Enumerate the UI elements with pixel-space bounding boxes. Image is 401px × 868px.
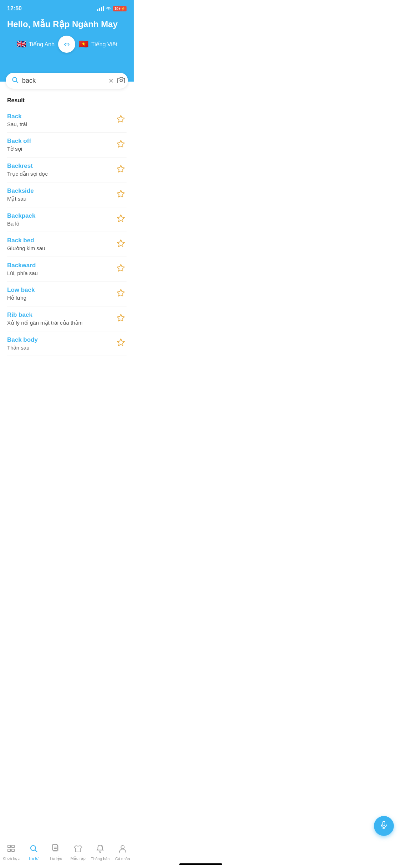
result-item[interactable]: Back Sau, trái: [7, 108, 127, 133]
target-lang-label: Tiếng Việt: [91, 41, 117, 48]
target-language: 🇻🇳 Tiếng Việt: [79, 40, 117, 49]
svg-marker-8: [117, 240, 124, 247]
result-term: Rib back: [7, 311, 115, 319]
status-bar: 12:50 10+ ⚡: [0, 0, 134, 16]
language-switcher: 🇬🇧 Tiếng Anh ⇔ 🇻🇳 Tiếng Việt: [7, 36, 127, 53]
result-term: Back bed: [7, 237, 115, 244]
svg-marker-7: [117, 215, 124, 222]
favorite-button[interactable]: [115, 163, 127, 177]
favorite-button[interactable]: [115, 138, 127, 152]
result-content: Backside Mặt sau: [7, 187, 115, 202]
camera-search-button[interactable]: [117, 77, 125, 85]
status-icons: 10+ ⚡: [97, 6, 127, 11]
search-container: ✕: [0, 66, 134, 82]
clear-search-button[interactable]: ✕: [108, 77, 114, 85]
result-item[interactable]: Rib back Xử lý nổi gân mặt trái của thảm: [7, 306, 127, 331]
result-translation: Trục dẫn sợi dọc: [7, 171, 115, 177]
svg-marker-3: [117, 115, 124, 122]
svg-line-1: [16, 81, 18, 83]
favorite-button[interactable]: [115, 213, 127, 226]
battery-icon: 10+ ⚡: [113, 6, 127, 11]
svg-marker-12: [117, 339, 124, 346]
search-input[interactable]: [22, 77, 105, 84]
result-content: Back Sau, trái: [7, 113, 115, 127]
result-item[interactable]: Back body Thân sau: [7, 331, 127, 356]
favorite-button[interactable]: [115, 188, 127, 202]
result-term: Backpack: [7, 212, 115, 219]
favorite-button[interactable]: [115, 113, 127, 127]
app-title: Hello, Mẫu Rập Ngành May: [7, 19, 127, 29]
result-term: Low back: [7, 286, 115, 294]
result-content: Backrest Trục dẫn sợi dọc: [7, 162, 115, 177]
favorite-button[interactable]: [115, 337, 127, 350]
favorite-button[interactable]: [115, 262, 127, 276]
svg-marker-6: [117, 190, 124, 197]
wifi-icon: [106, 6, 111, 11]
result-translation: Sau, trái: [7, 121, 115, 127]
svg-marker-11: [117, 314, 124, 321]
svg-marker-10: [117, 289, 124, 296]
result-translation: Xử lý nổi gân mặt trái của thảm: [7, 320, 115, 326]
favorite-button[interactable]: [115, 287, 127, 301]
result-translation: Giường kim sau: [7, 245, 115, 252]
result-translation: Thân sau: [7, 345, 115, 351]
results-label: Result: [7, 97, 127, 104]
result-content: Back bed Giường kim sau: [7, 237, 115, 252]
search-icon: [11, 76, 19, 85]
result-term: Back off: [7, 138, 115, 145]
result-term: Backrest: [7, 162, 115, 170]
favorite-button[interactable]: [115, 312, 127, 326]
result-item[interactable]: Backrest Trục dẫn sợi dọc: [7, 157, 127, 182]
result-content: Backward Lùi, phía sau: [7, 262, 115, 276]
results-area: Result Back Sau, trái Back off Tờ sợi Ba…: [0, 82, 134, 360]
result-translation: Hở lưng: [7, 295, 115, 301]
result-term: Backward: [7, 262, 115, 269]
result-item[interactable]: Back bed Giường kim sau: [7, 232, 127, 257]
search-bar: ✕: [6, 73, 128, 89]
result-translation: Ba lô: [7, 221, 115, 227]
result-item[interactable]: Back off Tờ sợi: [7, 133, 127, 157]
signal-icon: [97, 6, 104, 11]
result-term: Back: [7, 113, 115, 120]
result-content: Back body Thân sau: [7, 336, 115, 351]
swap-language-button[interactable]: ⇔: [58, 36, 75, 53]
result-content: Backpack Ba lô: [7, 212, 115, 227]
result-translation: Lùi, phía sau: [7, 270, 115, 276]
svg-marker-4: [117, 140, 124, 147]
header: Hello, Mẫu Rập Ngành May 🇬🇧 Tiếng Anh ⇔ …: [0, 16, 134, 66]
swap-icon: ⇔: [64, 40, 70, 48]
result-term: Back body: [7, 336, 115, 343]
result-item[interactable]: Backpack Ba lô: [7, 207, 127, 232]
svg-marker-5: [117, 165, 124, 172]
favorite-button[interactable]: [115, 238, 127, 251]
source-language: 🇬🇧 Tiếng Anh: [16, 40, 55, 49]
result-content: Back off Tờ sợi: [7, 138, 115, 152]
source-flag: 🇬🇧: [16, 40, 26, 49]
result-item[interactable]: Low back Hở lưng: [7, 281, 127, 306]
source-lang-label: Tiếng Anh: [29, 41, 55, 48]
result-item[interactable]: Backside Mặt sau: [7, 182, 127, 207]
result-translation: Tờ sợi: [7, 146, 115, 152]
result-translation: Mặt sau: [7, 196, 115, 202]
result-content: Low back Hở lưng: [7, 286, 115, 301]
svg-marker-9: [117, 264, 124, 271]
svg-point-2: [120, 79, 122, 82]
result-item[interactable]: Backward Lùi, phía sau: [7, 257, 127, 281]
results-list: Back Sau, trái Back off Tờ sợi Backrest …: [7, 108, 127, 356]
target-flag: 🇻🇳: [79, 40, 88, 49]
result-term: Backside: [7, 187, 115, 195]
result-content: Rib back Xử lý nổi gân mặt trái của thảm: [7, 311, 115, 326]
status-time: 12:50: [7, 5, 22, 12]
